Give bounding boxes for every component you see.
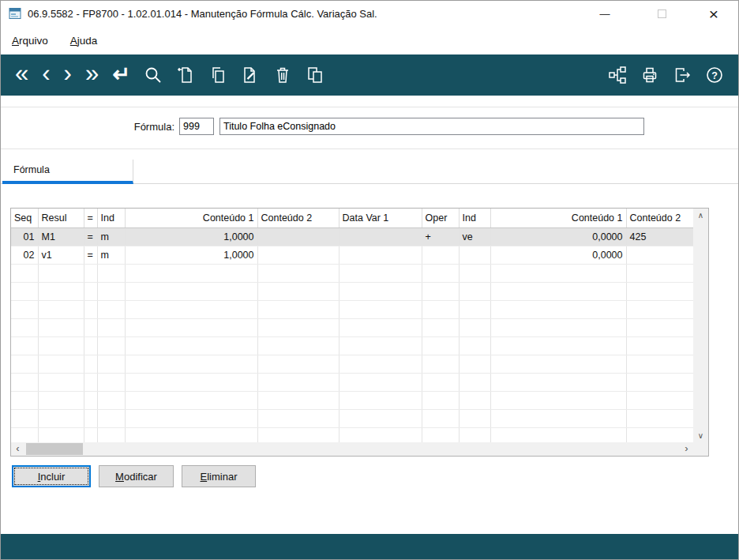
grid-row[interactable] [11, 427, 693, 442]
grid-column-header[interactable]: Conteúdo 2 [257, 209, 339, 227]
grid-cell[interactable] [490, 336, 626, 355]
grid-cell[interactable] [257, 300, 339, 318]
grid-cell[interactable] [339, 318, 422, 336]
grid-cell[interactable] [125, 318, 257, 336]
grid-cell[interactable]: = [84, 227, 97, 246]
tab-formula[interactable]: Fórmula [2, 160, 133, 184]
grid-row[interactable] [11, 318, 693, 336]
grid-cell[interactable] [257, 227, 339, 246]
grid-cell[interactable] [38, 373, 84, 391]
grid-cell[interactable] [257, 336, 339, 355]
formula-code-input[interactable] [179, 118, 214, 135]
maximize-button[interactable] [643, 1, 680, 27]
grid-cell[interactable] [339, 409, 422, 427]
grid-cell[interactable] [459, 427, 490, 442]
grid-column-header[interactable]: Data Var 1 [339, 209, 422, 227]
grid-cell[interactable] [11, 318, 38, 336]
grid-cell[interactable] [11, 355, 38, 373]
grid-cell[interactable] [459, 336, 490, 355]
grid-cell[interactable] [38, 409, 84, 427]
grid-cell[interactable]: 0,0000 [490, 227, 626, 246]
grid-cell[interactable] [422, 373, 459, 391]
grid-row[interactable] [11, 336, 693, 355]
grid-cell[interactable]: v1 [38, 246, 84, 264]
incluir-button[interactable]: Incluir [12, 465, 91, 487]
edit-record-icon[interactable] [241, 66, 260, 85]
grid-cell[interactable] [422, 427, 459, 442]
horizontal-scrollbar[interactable]: ‹ › [11, 442, 693, 456]
grid-cell[interactable] [38, 264, 84, 282]
grid-cell[interactable] [97, 391, 125, 409]
grid-cell[interactable] [11, 264, 38, 282]
grid-cell[interactable] [97, 282, 125, 300]
grid-cell[interactable]: 425 [626, 227, 693, 246]
related-programs-icon[interactable] [608, 66, 627, 85]
grid-cell[interactable] [11, 300, 38, 318]
grid-cell[interactable] [422, 409, 459, 427]
grid-column-header[interactable]: Ind [97, 209, 125, 227]
menu-arquivo[interactable]: Arquivo [12, 35, 48, 47]
grid-cell[interactable] [97, 264, 125, 282]
grid-cell[interactable] [97, 300, 125, 318]
grid-row[interactable] [11, 391, 693, 409]
grid-row[interactable] [11, 282, 693, 300]
grid-cell[interactable] [38, 318, 84, 336]
grid-cell[interactable] [257, 391, 339, 409]
grid-cell[interactable] [459, 246, 490, 264]
grid-cell[interactable] [339, 246, 422, 264]
grid-cell[interactable] [84, 264, 97, 282]
grid-cell[interactable] [97, 427, 125, 442]
grid-cell[interactable] [490, 355, 626, 373]
grid-cell[interactable] [38, 427, 84, 442]
grid-cell[interactable] [490, 373, 626, 391]
scroll-right-icon[interactable]: › [680, 442, 693, 456]
grid-cell[interactable] [125, 409, 257, 427]
print-icon[interactable] [640, 66, 659, 85]
scroll-up-icon[interactable]: ∧ [693, 209, 708, 222]
grid-cell[interactable] [125, 264, 257, 282]
grid-cell[interactable]: m [97, 246, 125, 264]
grid-cell[interactable]: M1 [38, 227, 84, 246]
grid-cell[interactable] [125, 282, 257, 300]
grid-cell[interactable] [125, 336, 257, 355]
grid-cell[interactable] [97, 336, 125, 355]
grid-cell[interactable] [626, 282, 693, 300]
grid-cell[interactable] [38, 300, 84, 318]
grid-cell[interactable] [84, 391, 97, 409]
grid-cell[interactable]: 1,0000 [125, 227, 257, 246]
grid-cell[interactable] [422, 336, 459, 355]
grid-cell[interactable]: 01 [11, 227, 38, 246]
grid-cell[interactable] [626, 300, 693, 318]
grid-cell[interactable] [125, 355, 257, 373]
grid-cell[interactable]: 02 [11, 246, 38, 264]
vertical-scrollbar[interactable]: ∧ ∨ [693, 209, 708, 442]
grid-column-header[interactable]: Conteúdo 2 [626, 209, 693, 227]
grid-cell[interactable] [97, 373, 125, 391]
menu-ajuda[interactable]: Ajuda [70, 35, 98, 47]
grid-cell[interactable] [257, 264, 339, 282]
grid-cell[interactable] [84, 282, 97, 300]
grid-cell[interactable] [422, 355, 459, 373]
grid-cell[interactable] [97, 409, 125, 427]
grid-cell[interactable]: 1,0000 [125, 246, 257, 264]
grid-cell[interactable] [84, 355, 97, 373]
grid-cell[interactable] [459, 300, 490, 318]
grid-column-header[interactable]: Conteúdo 1 [490, 209, 626, 227]
grid-cell[interactable] [339, 282, 422, 300]
grid-cell[interactable] [125, 300, 257, 318]
modificar-button[interactable]: Modificar [99, 465, 174, 487]
grid-cell[interactable] [422, 246, 459, 264]
grid-cell[interactable] [459, 373, 490, 391]
grid-cell[interactable] [459, 355, 490, 373]
grid-cell[interactable] [490, 300, 626, 318]
grid-row[interactable]: 01M1=m1,0000+ve0,0000425 [11, 227, 693, 246]
grid-cell[interactable] [626, 427, 693, 442]
grid-cell[interactable] [97, 318, 125, 336]
grid-cell[interactable] [459, 409, 490, 427]
grid-cell[interactable] [626, 318, 693, 336]
grid-cell[interactable] [339, 227, 422, 246]
help-icon[interactable]: ? [705, 66, 724, 85]
grid-cell[interactable] [626, 264, 693, 282]
grid-row[interactable] [11, 355, 693, 373]
grid-cell[interactable] [84, 427, 97, 442]
